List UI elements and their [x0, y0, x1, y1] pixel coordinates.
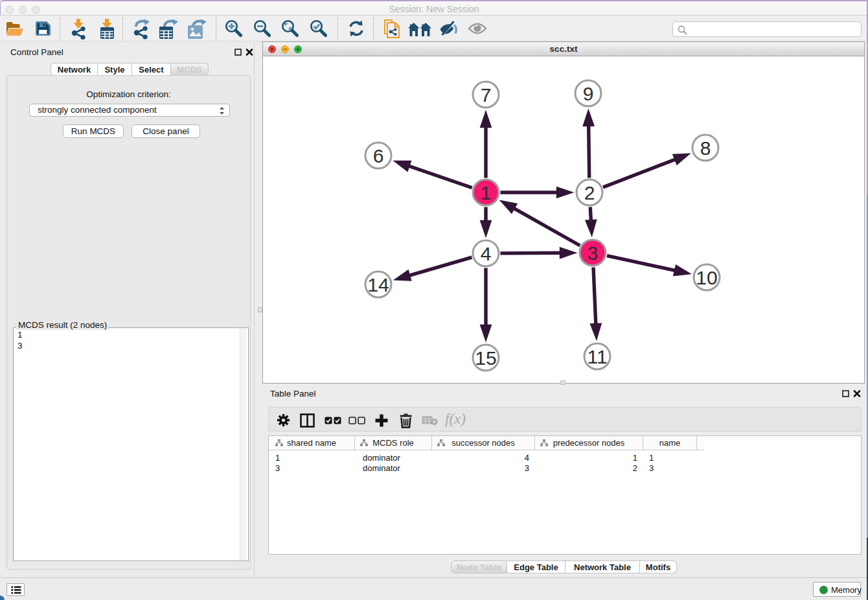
svg-text:6: 6 [373, 145, 384, 167]
svg-text:2: 2 [584, 182, 595, 203]
svg-text:7: 7 [481, 84, 492, 106]
svg-text:4: 4 [481, 243, 492, 264]
svg-text:14: 14 [367, 274, 389, 295]
svg-text:3: 3 [588, 242, 599, 264]
svg-text:10: 10 [696, 267, 717, 288]
svg-text:11: 11 [587, 346, 607, 367]
svg-text:15: 15 [475, 347, 496, 369]
svg-text:9: 9 [583, 83, 594, 104]
svg-text:1: 1 [481, 182, 492, 203]
svg-text:8: 8 [700, 137, 711, 159]
